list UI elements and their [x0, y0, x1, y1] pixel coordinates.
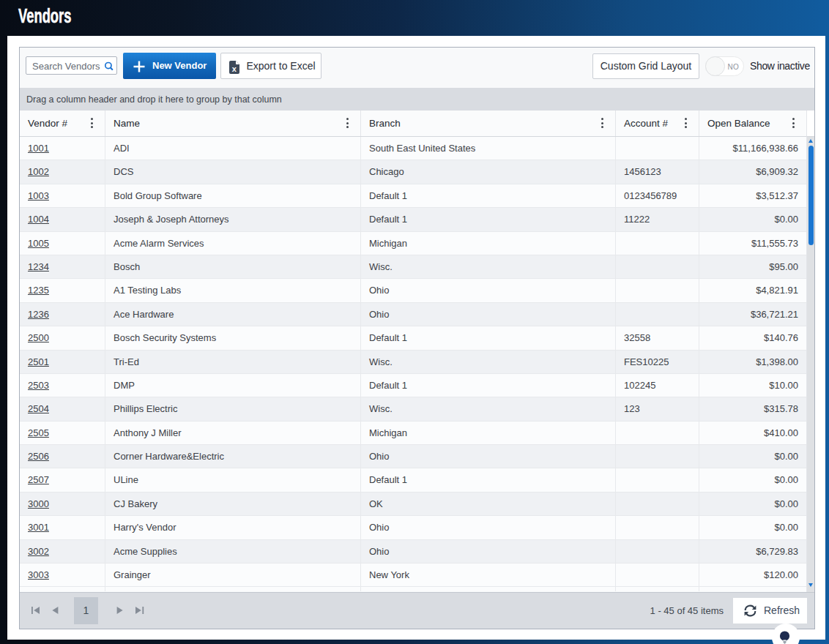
svg-text:x: x: [232, 64, 237, 73]
